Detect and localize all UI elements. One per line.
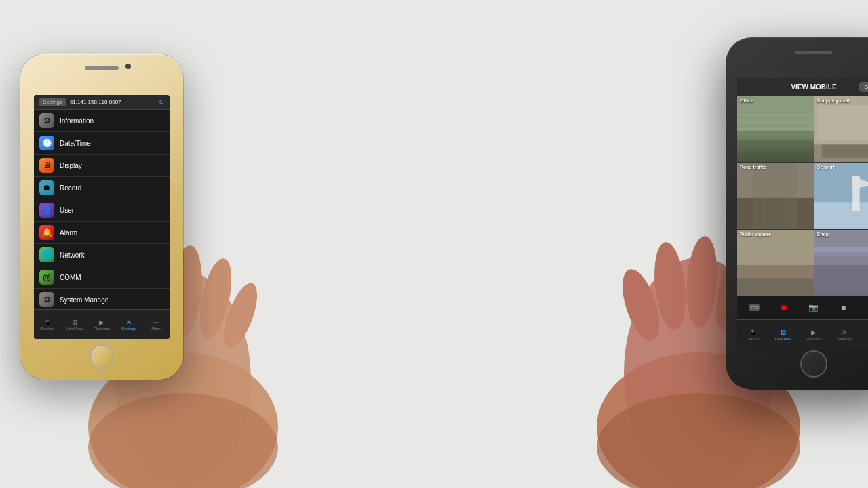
tab-device[interactable]: 📱 Device — [34, 310, 61, 339]
playback2-tab-icon: ▶ — [811, 329, 816, 336]
svg-rect-8 — [817, 105, 868, 140]
phone2-home-button[interactable] — [800, 350, 827, 378]
camera-label-shop: Shop — [817, 232, 829, 237]
phone1-camera — [125, 64, 131, 69]
camera-cell-road[interactable]: Road traffic — [737, 163, 814, 228]
phone2-screen-header: VIEW MOBILE Select — [737, 78, 868, 96]
camera-cell-shopping[interactable]: Shopping mall — [814, 96, 869, 162]
camera-feed-shop — [814, 230, 869, 296]
comm-icon: @ — [39, 270, 54, 285]
more-tab-label: More — [151, 327, 161, 331]
menu-item-user[interactable]: 👤 User — [34, 199, 170, 222]
phone1-screen: Settings 61.141.158.118:8007 ↻ ⚙ Informa… — [34, 95, 170, 339]
svg-rect-9 — [821, 144, 868, 157]
settings-tab-icon: ✕ — [126, 319, 132, 326]
snapshot-button[interactable]: 📷 — [806, 300, 821, 315]
menu-item-datetime[interactable]: 🕐 Date/Time — [34, 132, 170, 155]
more-tab-icon: ··· — [153, 319, 159, 326]
phone2-tab-bar: 📱 Device 🖥 LiveView ▶ Playback ✕ Setting… — [737, 319, 868, 349]
tab-liveview[interactable]: 🖥 LiveView — [61, 310, 88, 339]
camera-cell-seaport[interactable]: Seaport — [814, 163, 869, 228]
device-tab-icon: 📱 — [43, 319, 52, 326]
camera-label-seaport: Seaport — [817, 165, 835, 169]
camera-feed-seaport — [814, 163, 869, 228]
svg-rect-2 — [737, 114, 814, 116]
camera-feed-square — [737, 230, 814, 296]
device-tab-label: Device — [41, 327, 54, 331]
stop-button[interactable]: ■ — [836, 300, 851, 315]
volume-button[interactable]: 🔊 — [865, 300, 868, 315]
refresh-icon[interactable]: ↻ — [159, 98, 164, 106]
camera-label-square: Public square — [740, 232, 771, 237]
record-icon: ⏺ — [39, 180, 54, 195]
network-label: Network — [60, 251, 85, 259]
menu-item-information[interactable]: ⚙ Information — [34, 110, 170, 132]
camera-feed-shopping — [814, 96, 869, 162]
settings2-tab-label: Settings — [837, 337, 852, 341]
record-button[interactable] — [776, 300, 791, 315]
device2-tab-icon: 📱 — [749, 329, 757, 336]
svg-rect-4 — [737, 128, 814, 130]
information-label: Information — [60, 117, 94, 125]
camera-cell-office[interactable]: Office — [737, 96, 814, 162]
tab2-device[interactable]: 📱 Device — [737, 320, 768, 349]
playback-tab-icon: ▶ — [99, 319, 104, 326]
liveview2-tab-icon: 🖥 — [780, 329, 787, 336]
datetime-icon: 🕐 — [39, 136, 54, 150]
svg-rect-3 — [737, 121, 814, 123]
phone2-speaker — [795, 51, 833, 54]
camera-feed-road — [737, 163, 814, 228]
tab2-settings[interactable]: ✕ Settings — [829, 320, 860, 349]
user-icon: 👤 — [39, 203, 54, 218]
device2-tab-label: Device — [746, 337, 758, 341]
liveview2-tab-label: LiveView — [775, 337, 791, 341]
alarm-label: Alarm — [60, 229, 77, 237]
menu-item-comm[interactable]: @ COMM — [34, 266, 170, 289]
menu-item-system[interactable]: ⚙ System Manage — [34, 289, 170, 311]
viewmobile-title: VIEW MOBILE — [790, 83, 837, 91]
network-icon: 🌐 — [39, 247, 54, 262]
settings2-tab-icon: ✕ — [842, 329, 847, 336]
svg-rect-16 — [814, 203, 869, 229]
phone2-body: VIEW MOBILE Select — [726, 37, 868, 390]
svg-rect-25 — [814, 251, 869, 291]
stop-icon: ■ — [841, 303, 846, 312]
record-label: Record — [60, 184, 81, 192]
phone1-tab-bar: 📱 Device 🖥 LiveView ▶ Playback ✕ Setting… — [34, 309, 170, 339]
camera-label-shopping: Shopping mall — [817, 98, 850, 103]
tab2-playback[interactable]: ▶ Playback — [798, 320, 829, 349]
user-label: User — [60, 207, 74, 214]
ptz-toolbar: PTZ 📷 ■ 🔊 — [737, 296, 868, 319]
datetime-label: Date/Time — [60, 140, 91, 147]
alarm-icon: 🔔 — [39, 225, 54, 240]
record-dot-icon — [781, 305, 787, 310]
phone1-body: Settings 61.141.158.118:8007 ↻ ⚙ Informa… — [20, 54, 183, 380]
menu-item-network[interactable]: 🌐 Network — [34, 244, 170, 266]
display-icon: 🖥 — [39, 158, 54, 173]
tab-more[interactable]: ··· More — [142, 310, 170, 339]
select-button[interactable]: Select — [859, 82, 868, 92]
menu-item-alarm[interactable]: 🔔 Alarm — [34, 222, 170, 244]
tab2-liveview[interactable]: 🖥 LiveView — [768, 320, 798, 349]
liveview-tab-icon: 🖥 — [71, 319, 78, 326]
ptz-button[interactable]: PTZ — [747, 300, 762, 315]
system-icon: ⚙ — [39, 292, 54, 307]
settings-tab-label: Settings — [121, 327, 136, 331]
playback-tab-label: Playback — [94, 327, 110, 331]
svg-rect-5 — [737, 140, 814, 162]
tab-playback[interactable]: ▶ Playback — [88, 310, 115, 339]
camera-cell-shop[interactable]: Shop — [814, 230, 869, 296]
system-label: System Manage — [60, 296, 108, 304]
camera-label-road: Road traffic — [740, 165, 766, 169]
menu-item-record[interactable]: ⏺ Record — [34, 177, 170, 199]
camera-cell-square[interactable]: Public square — [737, 230, 814, 296]
tab-settings[interactable]: ✕ Settings — [115, 310, 142, 339]
menu-item-display[interactable]: 🖥 Display — [34, 155, 170, 177]
svg-rect-21 — [737, 278, 814, 296]
phone1-home-button[interactable] — [90, 344, 114, 369]
phone1-screen-header: Settings 61.141.158.118:8007 ↻ — [34, 95, 170, 110]
settings-badge: Settings — [39, 98, 66, 106]
phone2-screen: VIEW MOBILE Select — [737, 78, 868, 349]
phone1-speaker — [85, 66, 119, 70]
tab2-more[interactable]: ··· More — [860, 320, 868, 349]
